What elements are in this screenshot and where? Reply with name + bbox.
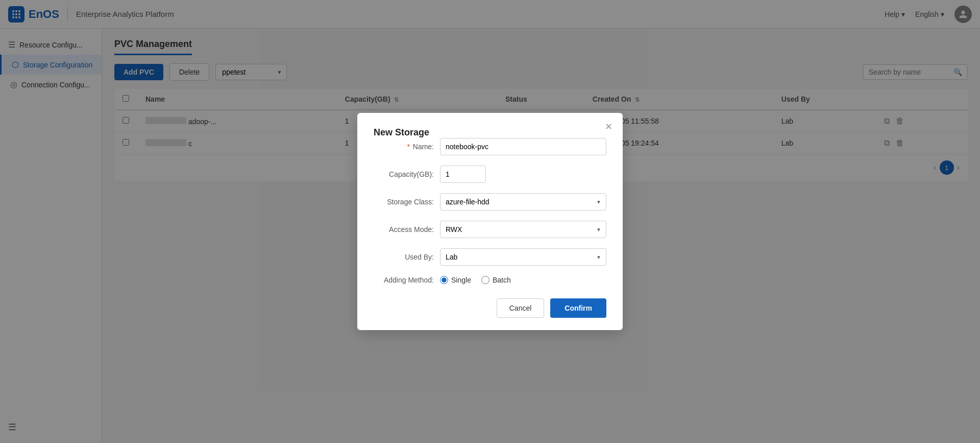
adding-method-label: Adding Method:: [374, 276, 440, 284]
new-storage-modal: New Storage ✕ * Name: Capacity(GB): Stor…: [357, 113, 623, 330]
access-mode-label: Access Mode:: [374, 225, 440, 234]
storage-class-select[interactable]: azure-file-hdd azure-file-ssd default: [440, 193, 606, 211]
access-mode-select[interactable]: RWX RWO ROX: [440, 221, 606, 238]
modal-close-button[interactable]: ✕: [605, 121, 612, 132]
capacity-input[interactable]: [440, 166, 486, 183]
name-label: * Name:: [374, 143, 440, 151]
form-row-access-mode: Access Mode: RWX RWO ROX: [374, 221, 606, 238]
storage-class-select-wrapper: azure-file-hdd azure-file-ssd default: [440, 193, 606, 211]
used-by-select-wrapper: Lab Batch: [440, 248, 606, 266]
modal-title: New Storage: [374, 127, 429, 137]
modal-overlay: New Storage ✕ * Name: Capacity(GB): Stor…: [0, 0, 980, 443]
form-row-adding-method: Adding Method: Single Batch: [374, 276, 606, 284]
form-row-capacity: Capacity(GB):: [374, 166, 606, 183]
confirm-button[interactable]: Confirm: [550, 298, 606, 318]
radio-batch[interactable]: [481, 276, 489, 284]
radio-single-text: Single: [451, 276, 471, 284]
radio-label-single[interactable]: Single: [440, 276, 471, 284]
modal-footer: Cancel Confirm: [374, 298, 606, 318]
required-star: *: [407, 143, 409, 151]
capacity-label: Capacity(GB):: [374, 170, 440, 178]
form-row-used-by: Used By: Lab Batch: [374, 248, 606, 266]
access-mode-select-wrapper: RWX RWO ROX: [440, 221, 606, 238]
adding-method-radio-group: Single Batch: [440, 276, 511, 284]
used-by-select[interactable]: Lab Batch: [440, 248, 606, 266]
form-row-name: * Name:: [374, 138, 606, 155]
form-row-storage-class: Storage Class: azure-file-hdd azure-file…: [374, 193, 606, 211]
cancel-button[interactable]: Cancel: [497, 298, 545, 318]
storage-class-label: Storage Class:: [374, 198, 440, 206]
radio-batch-text: Batch: [493, 276, 511, 284]
used-by-label: Used By:: [374, 253, 440, 261]
radio-label-batch[interactable]: Batch: [481, 276, 511, 284]
radio-single[interactable]: [440, 276, 448, 284]
name-input[interactable]: [440, 138, 606, 155]
